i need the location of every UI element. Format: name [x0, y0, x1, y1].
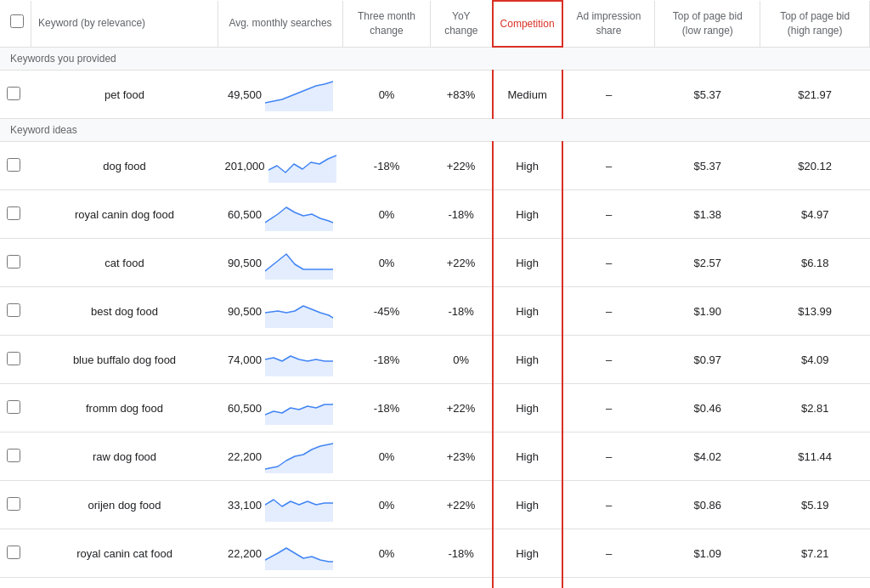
row-checkbox[interactable] [7, 158, 20, 172]
keyword-cell: victor dog food [31, 578, 218, 588]
three-month-cell: 0% [343, 239, 431, 287]
avg-monthly-value: 90,500 [228, 257, 262, 269]
row-checkbox-cell[interactable] [0, 578, 31, 588]
competition-cell: Medium [493, 71, 562, 119]
row-checkbox-cell[interactable] [0, 529, 31, 578]
top-high-cell: $2.81 [760, 384, 870, 433]
row-checkbox[interactable] [7, 87, 20, 100]
top-low-cell: $1.90 [655, 287, 760, 336]
row-checkbox[interactable] [7, 449, 20, 462]
three-month-cell: 0% [343, 433, 431, 481]
avg-monthly-cell: 74,000 [218, 336, 343, 384]
ad-impression-cell: – [562, 287, 655, 336]
col-header-competition: Competition [493, 1, 562, 47]
three-month-cell: 0% [343, 578, 431, 588]
avg-monthly-value: 33,100 [228, 499, 262, 512]
svg-marker-9 [265, 548, 333, 570]
ad-impression-cell: – [562, 529, 655, 578]
keyword-cell: best dog food [31, 287, 218, 336]
competition-cell: High [493, 142, 562, 190]
top-high-cell: $4.97 [760, 190, 870, 239]
col-header-avg-monthly: Avg. monthly searches [218, 1, 343, 47]
three-month-cell: -18% [343, 336, 431, 384]
table-row: victor dog food 74,000 0%+22%High–$0.34$… [0, 578, 870, 588]
row-checkbox-cell[interactable] [0, 142, 31, 190]
three-month-cell: 0% [343, 71, 431, 119]
sparkline-icon [265, 585, 333, 588]
table-row: pet food 49,500 0%+83%Medium–$5.37$21.97 [0, 71, 870, 119]
col-header-yoy: YoY change [431, 1, 493, 47]
yoy-cell: +22% [431, 142, 493, 190]
sparkline-icon [265, 246, 333, 280]
row-checkbox-cell[interactable] [0, 384, 31, 433]
avg-monthly-value: 90,500 [228, 305, 262, 318]
avg-monthly-value: 22,200 [228, 547, 262, 560]
sparkline-icon [265, 439, 333, 473]
three-month-cell: 0% [343, 190, 431, 239]
top-high-cell: $21.97 [760, 71, 870, 119]
row-checkbox-cell[interactable] [0, 287, 31, 336]
ad-impression-cell: – [562, 190, 655, 239]
ad-impression-cell: – [562, 578, 655, 588]
competition-cell: High [493, 433, 562, 481]
row-checkbox[interactable] [7, 303, 20, 317]
top-low-cell: $1.38 [655, 190, 760, 239]
table-row: cat food 90,500 0%+22%High–$2.57$6.18 [0, 239, 870, 287]
keyword-cell: raw dog food [31, 433, 218, 481]
row-checkbox-cell[interactable] [0, 71, 31, 119]
col-header-three-month: Three month change [343, 1, 431, 47]
avg-monthly-value: 60,500 [228, 208, 262, 221]
table-row: royal canin dog food 60,500 0%-18%High–$… [0, 190, 870, 239]
sparkline-icon [265, 342, 333, 376]
competition-cell: High [493, 190, 562, 239]
row-checkbox-cell[interactable] [0, 336, 31, 384]
row-checkbox[interactable] [7, 546, 20, 559]
row-checkbox-cell[interactable] [0, 481, 31, 529]
keyword-cell: dog food [31, 142, 218, 190]
avg-monthly-cell: 90,500 [218, 239, 343, 287]
table-row: dog food 201,000 -18%+22%High–$5.37$20.1… [0, 142, 870, 190]
row-checkbox[interactable] [7, 400, 20, 414]
select-all-header[interactable] [0, 1, 31, 47]
yoy-cell: -18% [431, 529, 493, 578]
top-low-cell: $5.37 [655, 71, 760, 119]
keyword-cell: pet food [31, 71, 218, 119]
row-checkbox[interactable] [7, 206, 20, 220]
svg-marker-6 [265, 404, 333, 425]
row-checkbox[interactable] [7, 255, 20, 269]
top-high-cell: $4.09 [760, 336, 870, 384]
svg-marker-7 [265, 444, 333, 473]
row-checkbox[interactable] [7, 497, 20, 511]
top-low-cell: $0.46 [655, 384, 760, 433]
keyword-cell: royal canin cat food [31, 529, 218, 578]
top-high-cell: $6.18 [760, 239, 870, 287]
row-checkbox-cell[interactable] [0, 239, 31, 287]
col-header-top-high: Top of page bid (high range) [760, 1, 870, 47]
competition-cell: High [493, 578, 562, 588]
avg-monthly-cell: 60,500 [218, 384, 343, 433]
select-all-checkbox[interactable] [10, 14, 24, 28]
yoy-cell: +22% [431, 239, 493, 287]
sparkline-icon [265, 536, 333, 570]
competition-cell: High [493, 287, 562, 336]
section-header-label: Keyword ideas [0, 119, 870, 142]
row-checkbox-cell[interactable] [0, 190, 31, 239]
table-row: fromm dog food 60,500 -18%+22%High–$0.46… [0, 384, 870, 433]
top-low-cell: $1.09 [655, 529, 760, 578]
competition-cell: High [493, 336, 562, 384]
table-row: best dog food 90,500 -45%-18%High–$1.90$… [0, 287, 870, 336]
top-high-cell: $11.44 [760, 433, 870, 481]
top-high-cell: $13.99 [760, 287, 870, 336]
table-row: blue buffalo dog food 74,000 -18%0%High–… [0, 336, 870, 384]
avg-monthly-value: 49,500 [228, 88, 262, 101]
sparkline-icon [265, 197, 333, 231]
row-checkbox-cell[interactable] [0, 433, 31, 481]
top-high-cell: $20.12 [760, 142, 870, 190]
keyword-table: Keyword (by relevance) Avg. monthly sear… [0, 0, 870, 588]
three-month-cell: 0% [343, 481, 431, 529]
table-row: raw dog food 22,200 0%+23%High–$4.02$11.… [0, 433, 870, 481]
row-checkbox[interactable] [7, 352, 20, 365]
top-high-cell: $5.19 [760, 481, 870, 529]
col-header-keyword: Keyword (by relevance) [31, 1, 218, 47]
ad-impression-cell: – [562, 71, 655, 119]
